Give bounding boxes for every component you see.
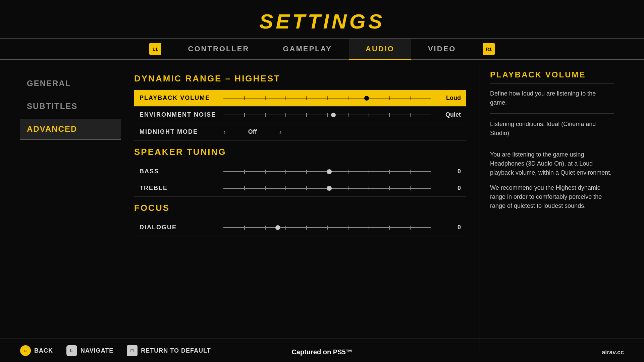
midnight-mode-label: MIDNIGHT MODE xyxy=(140,128,217,135)
setting-playback-volume[interactable]: PLAYBACK VOLUME Loud xyxy=(134,90,466,107)
setting-treble[interactable]: TREBLE 0 xyxy=(134,180,466,197)
treble-label: TREBLE xyxy=(140,185,217,192)
main-content: GENERAL SUBTITLES ADVANCED DYNAMIC RANGE… xyxy=(0,63,644,352)
chevron-right-icon[interactable]: › xyxy=(279,128,282,136)
l1-button[interactable]: L1 xyxy=(149,43,161,55)
dialogue-value: 0 xyxy=(437,224,461,231)
setting-bass[interactable]: BASS 0 xyxy=(134,163,466,180)
info-listening-conditions: Listening conditions: Ideal (Cinema and … xyxy=(490,120,614,144)
circle-icon: ○ xyxy=(20,345,31,356)
section-speaker-tuning-header: SPEAKER TUNING xyxy=(134,147,466,157)
chevron-left-icon[interactable]: ‹ xyxy=(223,128,226,136)
captured-text: Captured on PS5™ xyxy=(291,348,352,356)
info-description: Define how loud you are listening to the… xyxy=(490,89,614,114)
info-detail-prefix: You are listening to the game using xyxy=(490,151,584,158)
bass-value: 0 xyxy=(437,168,461,175)
sidebar: GENERAL SUBTITLES ADVANCED xyxy=(20,63,121,352)
square-icon: □ xyxy=(127,345,138,356)
info-detail: You are listening to the game using Head… xyxy=(490,150,614,177)
nav-bar: L1 CONTROLLER GAMEPLAY AUDIO VIDEO R1 xyxy=(0,38,644,60)
treble-value: 0 xyxy=(437,185,461,192)
info-detail-highlight2: Loud xyxy=(579,160,593,167)
sidebar-item-subtitles[interactable]: SUBTITLES xyxy=(20,96,121,116)
info-detail-mid: , at a xyxy=(564,160,579,167)
dialogue-slider[interactable] xyxy=(223,224,431,231)
recommendation-prefix: We recommend you the xyxy=(490,184,556,191)
watermark: airav.cc xyxy=(602,349,624,356)
navigate-label: NAVIGATE xyxy=(80,347,113,354)
info-detail-highlight3: Quiet xyxy=(560,169,575,176)
back-label: BACK xyxy=(34,347,53,354)
setting-dialogue[interactable]: DIALOGUE 0 xyxy=(134,219,466,236)
bass-slider[interactable] xyxy=(223,168,431,175)
playback-volume-value: Loud xyxy=(437,95,461,102)
midnight-mode-controls: ‹ Off › xyxy=(223,128,281,136)
bass-label: BASS xyxy=(140,168,217,175)
treble-slider[interactable] xyxy=(223,185,431,192)
playback-volume-slider[interactable] xyxy=(223,95,431,102)
settings-panel: DYNAMIC RANGE – HIGHEST PLAYBACK VOLUME … xyxy=(121,63,480,352)
section-dynamic-range-header: DYNAMIC RANGE – HIGHEST xyxy=(134,73,466,84)
action-navigate[interactable]: L NAVIGATE xyxy=(66,345,113,356)
info-panel-title: PLAYBACK VOLUME xyxy=(490,70,614,84)
midnight-mode-value: Off xyxy=(236,128,269,135)
sidebar-item-advanced[interactable]: ADVANCED xyxy=(20,119,121,140)
section-focus-header: FOCUS xyxy=(134,203,466,213)
environment-noise-slider[interactable] xyxy=(223,112,431,118)
tab-controller[interactable]: CONTROLLER xyxy=(171,39,266,59)
environment-noise-label: ENVIRONMENT NOISE xyxy=(140,111,217,118)
setting-midnight-mode[interactable]: MIDNIGHT MODE ‹ Off › xyxy=(134,123,466,141)
page-title: SETTINGS xyxy=(0,0,644,33)
dialogue-label: DIALOGUE xyxy=(140,224,217,231)
info-recommendation: We recommend you the Highest dynamic ran… xyxy=(490,183,614,210)
action-return-default[interactable]: □ RETURN TO DEFAULT xyxy=(127,345,211,356)
info-panel: PLAYBACK VOLUME Define how loud you are … xyxy=(480,63,624,352)
return-default-label: RETURN TO DEFAULT xyxy=(141,347,211,354)
info-detail-suffix: environment. xyxy=(575,169,611,176)
tab-gameplay[interactable]: GAMEPLAY xyxy=(266,39,349,59)
tab-video[interactable]: VIDEO xyxy=(411,39,473,59)
playback-volume-label: PLAYBACK VOLUME xyxy=(140,95,217,102)
info-detail-mid2: playback volume, within a xyxy=(490,169,560,176)
tab-audio[interactable]: AUDIO xyxy=(349,39,411,59)
recommendation-suffix: in order to comfortably perceive the ran… xyxy=(490,193,602,209)
sidebar-item-general[interactable]: GENERAL xyxy=(20,73,121,94)
setting-environment-noise[interactable]: ENVIRONMENT NOISE Quiet xyxy=(134,107,466,123)
l-icon: L xyxy=(66,345,77,356)
info-detail-highlight1: Headphones (3D Audio On) xyxy=(490,160,564,167)
action-back[interactable]: ○ BACK xyxy=(20,345,53,356)
r1-button[interactable]: R1 xyxy=(483,43,495,55)
environment-noise-value: Quiet xyxy=(437,111,461,118)
